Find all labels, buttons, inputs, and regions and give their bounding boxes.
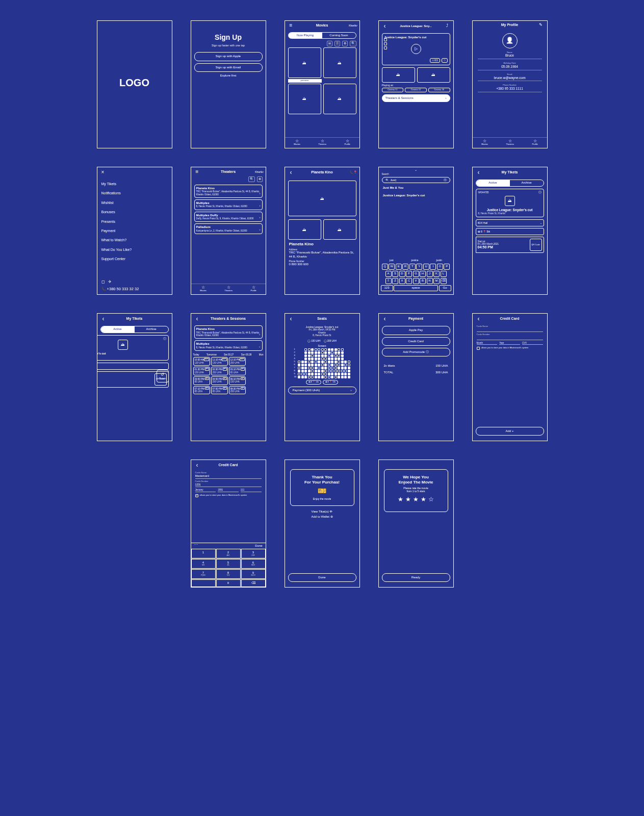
tab-theaters[interactable]: Theaters bbox=[506, 139, 514, 146]
back-icon[interactable] bbox=[381, 22, 389, 30]
seat[interactable] bbox=[315, 367, 317, 369]
play-icon[interactable] bbox=[411, 44, 421, 54]
seat[interactable] bbox=[348, 370, 350, 372]
keyboard[interactable]: justjusticejustin QWERTYUIOP ASDFGHJKL ⇧… bbox=[379, 257, 453, 294]
explore-link[interactable]: Explore first bbox=[191, 74, 266, 78]
seat[interactable] bbox=[331, 351, 333, 354]
seat[interactable] bbox=[301, 370, 304, 372]
theater-thumb[interactable] bbox=[288, 219, 321, 240]
seat[interactable] bbox=[298, 367, 300, 369]
seat[interactable] bbox=[318, 361, 320, 363]
seat[interactable] bbox=[298, 370, 300, 372]
tab-now-playing[interactable]: Now Playing bbox=[289, 33, 322, 38]
tab-movies[interactable]: Movies bbox=[294, 139, 300, 146]
share-icon[interactable] bbox=[444, 23, 451, 29]
seat[interactable] bbox=[308, 373, 311, 375]
star-icon[interactable] bbox=[398, 496, 403, 503]
back-icon[interactable] bbox=[288, 169, 295, 176]
seat[interactable] bbox=[334, 361, 337, 363]
seat[interactable] bbox=[324, 364, 327, 366]
seat[interactable] bbox=[338, 364, 340, 366]
cinema-chip[interactable]: Cinema #1 bbox=[382, 88, 404, 92]
movie-still[interactable] bbox=[417, 67, 450, 83]
back-icon[interactable] bbox=[194, 462, 201, 469]
sessions-button[interactable]: Theaters & Sessions› bbox=[382, 94, 450, 102]
card-name-input[interactable]: Mastercard bbox=[195, 474, 262, 478]
tab-coming-soon[interactable]: Coming Soon bbox=[322, 33, 356, 38]
tab-active[interactable]: Active bbox=[476, 180, 510, 186]
seat[interactable] bbox=[318, 364, 320, 366]
seat[interactable] bbox=[331, 361, 333, 363]
seat[interactable] bbox=[341, 354, 344, 357]
search-input[interactable]: 🔍Just|ⓧ bbox=[382, 177, 450, 184]
info-icon[interactable]: ⓘ bbox=[163, 337, 166, 341]
seat[interactable] bbox=[341, 348, 344, 351]
seat[interactable] bbox=[321, 364, 324, 366]
seat[interactable] bbox=[328, 358, 330, 360]
back-icon[interactable] bbox=[288, 315, 295, 322]
seat[interactable] bbox=[334, 367, 337, 369]
seat[interactable] bbox=[334, 373, 337, 375]
seat[interactable] bbox=[324, 354, 327, 357]
close-icon[interactable] bbox=[101, 169, 105, 175]
seat[interactable] bbox=[298, 361, 300, 363]
movie-tabs[interactable]: Now Playing Coming Soon bbox=[288, 32, 356, 39]
thumb-icon[interactable] bbox=[384, 38, 387, 41]
credit-card-button[interactable]: Credit Card bbox=[382, 337, 450, 346]
seat[interactable] bbox=[348, 364, 350, 366]
suggestion[interactable]: justice bbox=[411, 259, 418, 262]
theater-card[interactable]: Multiplex8, Heroiv Pratsi St, Kharkiv, K… bbox=[194, 199, 263, 210]
card-number-input[interactable] bbox=[477, 336, 543, 339]
avatar[interactable] bbox=[502, 33, 518, 48]
city-label[interactable]: Kharkiv bbox=[350, 24, 357, 27]
seat[interactable] bbox=[344, 361, 347, 363]
star-icon[interactable] bbox=[421, 496, 426, 503]
session-cell[interactable]: 08:30 PM250 UHA3D bbox=[229, 386, 246, 395]
seat-chip[interactable]: 🎟 8 📍 5th bbox=[306, 380, 321, 385]
seat[interactable] bbox=[344, 364, 347, 366]
back-icon[interactable] bbox=[475, 315, 482, 322]
seat[interactable] bbox=[348, 361, 350, 363]
seat[interactable] bbox=[315, 358, 317, 360]
seat[interactable] bbox=[344, 370, 347, 372]
seat[interactable] bbox=[324, 376, 327, 378]
back-icon[interactable] bbox=[100, 315, 107, 322]
seat[interactable] bbox=[318, 348, 320, 351]
seat[interactable] bbox=[331, 376, 333, 378]
seat[interactable] bbox=[315, 351, 317, 354]
seat[interactable] bbox=[324, 370, 327, 372]
seat[interactable] bbox=[321, 376, 324, 378]
card-number-input[interactable]: 123| bbox=[195, 483, 262, 487]
movie-still[interactable] bbox=[382, 67, 415, 83]
seat[interactable] bbox=[318, 376, 320, 378]
filter-icon[interactable]: ⚙ bbox=[257, 176, 263, 182]
seat[interactable] bbox=[328, 348, 330, 351]
seat[interactable] bbox=[331, 364, 333, 366]
thumb-icon[interactable] bbox=[384, 42, 387, 45]
ready-button[interactable]: Ready bbox=[382, 573, 450, 582]
tab-theaters[interactable]: Theaters bbox=[224, 285, 233, 292]
view-tickets-link[interactable]: View Tikat(s) 👁 bbox=[285, 510, 359, 514]
seat[interactable] bbox=[338, 367, 340, 369]
seat[interactable] bbox=[321, 351, 324, 354]
support-phone[interactable]: 📞 +380 50 333 32 32 bbox=[101, 287, 168, 291]
back-icon[interactable] bbox=[381, 315, 389, 322]
seat[interactable] bbox=[315, 364, 317, 366]
search-icon[interactable]: 🔍 bbox=[248, 176, 255, 182]
seat[interactable] bbox=[341, 376, 344, 378]
month-input[interactable]: January bbox=[195, 489, 216, 491]
seat[interactable] bbox=[308, 351, 311, 354]
seat[interactable] bbox=[315, 361, 317, 363]
seat[interactable] bbox=[308, 354, 311, 357]
ticket-card[interactable]: NF044785 ⓘ Justice League: Snyder's cut … bbox=[476, 189, 544, 218]
seat[interactable] bbox=[334, 364, 337, 366]
seat[interactable] bbox=[304, 373, 307, 375]
session-cell[interactable]: 12:10 PM250 UHA4DX bbox=[229, 357, 246, 366]
seat[interactable] bbox=[328, 354, 330, 357]
search-result[interactable]: Just Me & You bbox=[379, 184, 453, 192]
session-cell[interactable]: 07:10 PM85 UHA3D bbox=[193, 386, 210, 395]
seat[interactable] bbox=[301, 376, 304, 378]
seat[interactable] bbox=[318, 351, 320, 354]
theater-card[interactable]: Multiplex8, Heroiv Pratsi St, Kharkiv, K… bbox=[194, 340, 263, 351]
seat[interactable] bbox=[341, 370, 344, 372]
